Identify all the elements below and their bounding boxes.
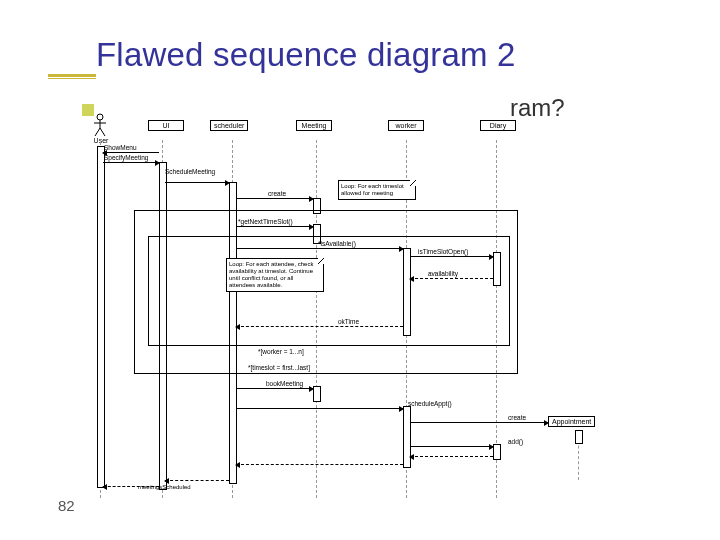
msg-schedule: ScheduleMeeting bbox=[165, 168, 215, 175]
arrow-istimeslot bbox=[410, 256, 493, 257]
arrow-schedappt bbox=[236, 408, 403, 409]
arrow-create2 bbox=[410, 422, 548, 423]
arrow-specify bbox=[103, 162, 159, 163]
arrow-book bbox=[236, 388, 313, 389]
arrow-schedappt-return bbox=[236, 464, 403, 465]
arrow-getnext bbox=[236, 226, 313, 227]
msg-availability: availability bbox=[428, 270, 458, 277]
arrow-final-return bbox=[165, 480, 229, 481]
note-outer-loop: Loop: For each timeslot allowed for meet… bbox=[338, 180, 416, 200]
msg-create: create bbox=[268, 190, 286, 197]
arrow-oktime bbox=[236, 326, 403, 327]
arrow-create bbox=[236, 198, 313, 199]
activation-diary-add bbox=[493, 444, 501, 460]
title-underline-thick bbox=[48, 74, 96, 77]
lifeline-head-appointment: Appointment bbox=[548, 416, 595, 427]
activation-meeting-book bbox=[313, 386, 321, 402]
arrow-add bbox=[410, 446, 493, 447]
slide-root: Flawed sequence diagram 2 ram? 82 User U… bbox=[0, 0, 720, 540]
stickman-icon bbox=[86, 112, 114, 138]
arrow-availability bbox=[410, 278, 493, 279]
msg-getnext: *getNextTimeSlot() bbox=[238, 218, 293, 225]
arrow-to-user-return bbox=[103, 486, 159, 487]
msg-specify: SpecifyMeeting bbox=[104, 154, 148, 161]
lifeline-head-scheduler: scheduler bbox=[210, 120, 248, 131]
msg-showmenu: ShowMenu bbox=[104, 144, 137, 151]
msg-istimeslot: isTimeSlotOpen() bbox=[418, 248, 468, 255]
msg-loop-timeslot: *[timeslot = first...last] bbox=[248, 364, 310, 371]
arrow-showmenu bbox=[103, 152, 159, 153]
note-inner-loop: Loop: For each attendee, check availabil… bbox=[226, 258, 324, 292]
svg-line-3 bbox=[95, 128, 100, 136]
msg-schedappt: scheduleAppt() bbox=[408, 400, 452, 407]
title-area: Flawed sequence diagram 2 bbox=[48, 28, 696, 84]
lifeline-head-ui: UI bbox=[148, 120, 184, 131]
msg-footer-cut: meetingsScheduled bbox=[138, 484, 191, 490]
msg-loop-worker: *[worker = 1...n] bbox=[258, 348, 304, 355]
actor-user: User bbox=[86, 112, 116, 144]
arrow-schedule bbox=[165, 182, 229, 183]
slide-title: Flawed sequence diagram 2 bbox=[96, 36, 616, 74]
actor-label: User bbox=[86, 137, 116, 144]
svg-line-4 bbox=[100, 128, 105, 136]
msg-isavail: *isAvailable() bbox=[318, 240, 356, 247]
page-number: 82 bbox=[58, 497, 75, 514]
title-underline-thin bbox=[48, 78, 96, 79]
msg-oktime: okTime bbox=[338, 318, 359, 325]
lifeline-head-diary: Diary bbox=[480, 120, 516, 131]
activation-user bbox=[97, 146, 105, 488]
msg-create2: create bbox=[508, 414, 526, 421]
svg-point-0 bbox=[97, 114, 103, 120]
lifeline-head-worker: worker bbox=[388, 120, 424, 131]
msg-book: bookMeeting bbox=[266, 380, 303, 387]
arrow-add-return bbox=[410, 456, 493, 457]
lifeline-head-meeting: Meeting bbox=[296, 120, 332, 131]
sequence-diagram: User UI scheduler Meeting worker Diary S… bbox=[108, 108, 628, 498]
activation-appointment bbox=[575, 430, 583, 444]
msg-add: add() bbox=[508, 438, 523, 445]
arrow-isavail bbox=[236, 248, 403, 249]
